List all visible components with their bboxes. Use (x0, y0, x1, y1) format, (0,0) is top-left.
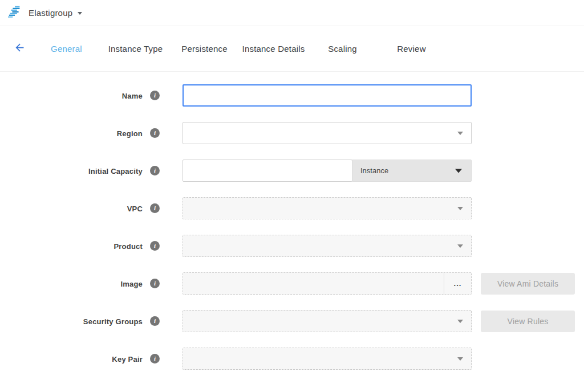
image-input (183, 273, 444, 294)
product-select (182, 235, 472, 257)
tab-scaling[interactable]: Scaling (308, 44, 377, 54)
name-input[interactable] (182, 84, 472, 107)
chevron-down-icon (455, 169, 462, 173)
region-label: Region (117, 129, 143, 138)
tab-general[interactable]: General (32, 44, 101, 54)
browse-image-button: ... (444, 273, 471, 294)
capacity-unit-value: Instance (360, 166, 388, 175)
info-icon[interactable] (150, 354, 160, 364)
form-row-image: Image ... View Ami Details (0, 272, 584, 295)
info-icon[interactable] (150, 279, 160, 288)
chevron-down-icon (457, 132, 463, 135)
form-row-product: Product (0, 235, 584, 257)
vpc-label: VPC (127, 205, 143, 213)
chevron-down-icon (457, 320, 463, 323)
app-title: Elastigroup (29, 8, 72, 18)
chevron-down-icon (78, 12, 82, 15)
form-row-region: Region (0, 122, 584, 144)
tab-instance-type[interactable]: Instance Type (101, 44, 170, 54)
initial-capacity-input[interactable] (182, 160, 352, 182)
key-pair-label: Key Pair (112, 355, 143, 364)
security-groups-select (182, 310, 472, 332)
info-icon[interactable] (150, 316, 160, 326)
general-settings-form: Name Region Initial Capacity Instance (0, 72, 584, 370)
back-button[interactable] (13, 42, 26, 56)
image-label: Image (120, 280, 143, 288)
elastigroup-logo-icon (8, 5, 23, 21)
info-icon[interactable] (150, 91, 160, 100)
form-row-security-groups: Security Groups View Rules (0, 310, 584, 332)
wizard-tab-bar: General Instance Type Persistence Instan… (0, 26, 584, 72)
tab-persistence[interactable]: Persistence (170, 44, 239, 54)
product-label: Product (113, 242, 143, 251)
view-ami-details-button: View Ami Details (481, 273, 575, 295)
view-rules-button: View Rules (481, 311, 575, 332)
info-icon[interactable] (150, 166, 160, 175)
name-label: Name (122, 92, 143, 100)
form-row-vpc: VPC (0, 197, 584, 219)
form-row-name: Name (0, 84, 584, 107)
chevron-down-icon (457, 207, 463, 210)
top-bar: Elastigroup (0, 0, 584, 26)
tab-instance-details[interactable]: Instance Details (239, 44, 308, 54)
form-row-initial-capacity: Initial Capacity Instance (0, 160, 584, 182)
app-switcher[interactable]: Elastigroup (8, 5, 82, 21)
info-icon[interactable] (150, 128, 160, 138)
chevron-down-icon (457, 244, 463, 248)
chevron-down-icon (457, 357, 463, 361)
security-groups-label: Security Groups (83, 317, 143, 326)
region-select[interactable] (182, 122, 472, 144)
info-icon[interactable] (150, 241, 160, 251)
initial-capacity-label: Initial Capacity (88, 167, 143, 175)
wizard-tabs: General Instance Type Persistence Instan… (32, 44, 446, 54)
tab-review[interactable]: Review (377, 44, 446, 54)
arrow-left-icon (14, 42, 26, 56)
capacity-unit-select[interactable]: Instance (352, 160, 472, 182)
image-input-group: ... (182, 272, 472, 295)
vpc-select (182, 197, 472, 219)
info-icon[interactable] (150, 203, 160, 213)
key-pair-select (182, 348, 472, 370)
form-row-key-pair: Key Pair (0, 348, 584, 370)
